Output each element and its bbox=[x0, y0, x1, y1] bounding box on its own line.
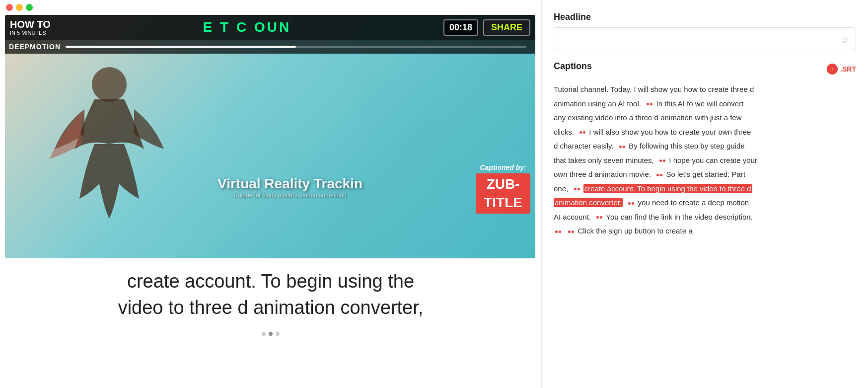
video-player: HOW TO IN 5 MINUTES E T C OUN 00:18 SHAR… bbox=[5, 15, 535, 258]
dot-sep-6 bbox=[574, 188, 580, 190]
caption-line-9: animation converter, you need to create … bbox=[554, 196, 856, 210]
srt-upload-icon: ↑ bbox=[827, 64, 838, 75]
vr-overlay: Virtual Reality Trackin Unique full body… bbox=[124, 176, 456, 199]
maximize-dot[interactable] bbox=[26, 4, 33, 11]
progress-dots bbox=[0, 326, 541, 339]
dot-sep-8 bbox=[596, 216, 602, 219]
right-panel: Headline ☺ Captions ↑ .SRT Tutorial chan… bbox=[541, 0, 868, 388]
captions-label: Captions bbox=[554, 61, 592, 72]
caption-line-5: d character easily. By following this st… bbox=[554, 139, 856, 154]
captioned-by-text: Captioned by: bbox=[476, 163, 530, 171]
left-panel: HOW TO IN 5 MINUTES E T C OUN 00:18 SHAR… bbox=[0, 0, 541, 388]
emoji-button[interactable]: ☺ bbox=[840, 27, 850, 51]
srt-button[interactable]: ↑ .SRT bbox=[827, 64, 856, 75]
progress-dot-2 bbox=[269, 332, 273, 336]
how-to-text: HOW TO IN 5 MINUTES bbox=[10, 19, 51, 36]
dot-sep-10 bbox=[568, 231, 574, 233]
video-title-center: E T C OUN bbox=[51, 19, 443, 35]
progress-dot-1 bbox=[262, 332, 266, 336]
share-badge: SHARE bbox=[483, 19, 530, 36]
headline-section: Headline ☺ bbox=[554, 12, 856, 51]
progress-dot-3 bbox=[276, 332, 280, 336]
captions-body: Tutorial channel. Today, I will show you… bbox=[554, 82, 856, 388]
highlight-animation-converter: animation converter, bbox=[554, 198, 623, 207]
vr-title: Virtual Reality Trackin bbox=[124, 176, 456, 192]
video-progress-bar[interactable] bbox=[66, 46, 526, 48]
highlight-create-account: create account. To begin using the video… bbox=[583, 184, 752, 193]
window-controls bbox=[0, 0, 541, 15]
captions-header: Captions ↑ .SRT bbox=[554, 61, 856, 77]
deepmotion-bar: DEEPMOTION bbox=[5, 40, 535, 54]
deepmotion-logo: DEEPMOTION bbox=[9, 43, 61, 51]
caption-line-8: one, create account. To begin using the … bbox=[554, 182, 856, 196]
caption-line-7: own three d animation movie. So let's ge… bbox=[554, 167, 856, 182]
video-caption-text: create account. To begin using the video… bbox=[0, 258, 541, 326]
svg-point-0 bbox=[92, 67, 127, 102]
caption-line-10: AI account. You can find the link in the… bbox=[554, 210, 856, 225]
headline-label: Headline bbox=[554, 12, 856, 22]
minimize-dot[interactable] bbox=[16, 4, 23, 11]
headline-input[interactable]: ☺ bbox=[554, 27, 856, 51]
timer-badge: 00:18 bbox=[443, 19, 478, 36]
dot-sep-3 bbox=[619, 146, 625, 148]
caption-line-6: that takes only seven minutes, I hope yo… bbox=[554, 154, 856, 168]
dot-sep-1 bbox=[647, 103, 652, 105]
captioned-badge: Captioned by: ZUB- TITLE bbox=[476, 163, 530, 214]
caption-line-2: animation using an AI tool. In this AI t… bbox=[554, 97, 856, 111]
person-figure bbox=[45, 60, 174, 229]
video-top-bar: HOW TO IN 5 MINUTES E T C OUN 00:18 SHAR… bbox=[5, 15, 535, 40]
caption-line-3: any existing video into a three d animat… bbox=[554, 111, 856, 125]
srt-label: .SRT bbox=[840, 65, 856, 73]
dot-sep-2 bbox=[579, 131, 585, 134]
captions-section: Captions ↑ .SRT bbox=[554, 61, 856, 82]
progress-fill bbox=[66, 46, 296, 48]
zub-title-badge: ZUB- TITLE bbox=[476, 173, 530, 214]
caption-line-11: Click the sign up button to create a bbox=[554, 224, 856, 238]
caption-line-4: clicks. I will also show you how to crea… bbox=[554, 125, 856, 140]
vr-subtitle: Unique full body avatars, dunno somethin… bbox=[124, 192, 456, 199]
caption-line-1: Tutorial channel. Today, I will show you… bbox=[554, 82, 856, 97]
dot-sep-7 bbox=[628, 202, 634, 205]
dot-sep-9 bbox=[555, 231, 561, 233]
dot-sep-4 bbox=[659, 159, 665, 162]
dot-sep-5 bbox=[656, 174, 662, 176]
close-dot[interactable] bbox=[6, 4, 13, 11]
